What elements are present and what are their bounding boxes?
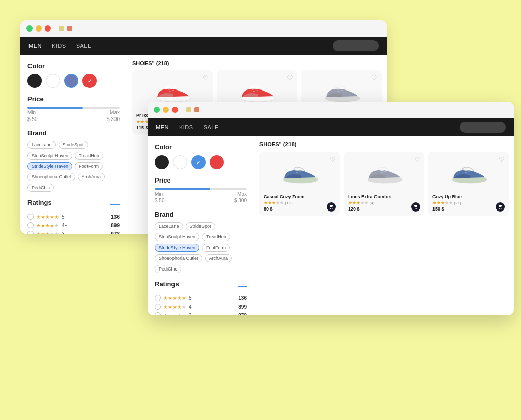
brand-tag[interactable]: TreadHub <box>75 152 103 160</box>
svg-line-7 <box>251 87 255 88</box>
rating-row[interactable]: ★★★★★ 5 136 <box>27 214 120 220</box>
product-grid-area-front: SHOES" (218) ♡ Casual Cozy Zoom ★★★★★ (1… <box>254 136 514 315</box>
swatch-white-back[interactable] <box>46 74 60 88</box>
brand-tag[interactable]: FootForm <box>202 244 230 252</box>
rating-radio[interactable] <box>27 222 34 228</box>
price-max-label-front: Max <box>237 191 247 197</box>
rating-count: 978 <box>111 231 120 234</box>
product-grid-front: ♡ Casual Cozy Zoom ★★★★★ (12) 80 $ ♡ Lin… <box>259 152 509 216</box>
swatch-black-back[interactable] <box>27 74 42 88</box>
brand-tag[interactable]: Shoeophoria Outlet <box>27 173 75 181</box>
rating-radio[interactable] <box>27 231 34 234</box>
nav-search-back[interactable] <box>333 40 379 51</box>
nav-kids-back[interactable]: KIDS <box>52 43 66 49</box>
dot-yellow-icon-front[interactable] <box>163 107 169 113</box>
rating-row[interactable]: ★★★★★ 3+ 978 <box>155 312 247 315</box>
swatch-blue-back[interactable] <box>64 74 78 88</box>
rating-row[interactable]: ★★★★★ 5 136 <box>155 295 247 301</box>
wishlist-icon[interactable]: ♡ <box>287 74 293 82</box>
nav-bar-front: MEN KIDS SALE <box>148 118 514 136</box>
add-to-cart-button[interactable] <box>496 202 505 212</box>
swatch-red-front[interactable] <box>210 155 224 169</box>
wishlist-icon[interactable]: ♡ <box>330 156 336 163</box>
rating-row[interactable]: ★★★★★ 4+ 899 <box>155 304 247 310</box>
brand-tag[interactable]: ArchAura <box>78 173 105 181</box>
dot-green-icon-front[interactable] <box>154 107 160 113</box>
dot-yellow-icon[interactable] <box>36 25 42 32</box>
content-area-front: Color ✓ Price Min Max $ 50 <box>148 136 514 315</box>
swatch-blue-front[interactable]: ✓ <box>191 155 206 169</box>
brand-tag[interactable]: LaceLane <box>155 222 183 230</box>
wishlist-icon[interactable]: ♡ <box>414 156 420 163</box>
brand-tag[interactable]: PediChic <box>155 265 181 273</box>
nav-kids-front[interactable]: KIDS <box>179 124 193 130</box>
product-image <box>348 156 420 191</box>
brand-tag[interactable]: StrideSpot <box>186 222 215 230</box>
color-swatches-front: ✓ <box>155 155 247 169</box>
brand-tag[interactable]: Shoeophoria Outlet <box>155 254 202 262</box>
brand-tag[interactable]: StepSculpt Haven <box>27 152 72 160</box>
wishlist-icon[interactable]: ♡ <box>499 156 505 163</box>
rating-radio[interactable] <box>155 312 161 315</box>
brand-label-back: Brand <box>27 129 120 137</box>
product-stars: ★★★★★ (12) <box>264 200 336 205</box>
product-card[interactable]: ♡ Casual Cozy Zoom ★★★★★ (12) 80 $ <box>259 152 340 216</box>
rating-radio[interactable] <box>155 295 161 301</box>
product-card[interactable]: ♡ Cozy Up Blue ★★★★★ (21) 150 $ <box>428 152 509 216</box>
ratings-label-front: Ratings <box>155 280 179 288</box>
swatch-black-front[interactable] <box>155 155 169 169</box>
wishlist-icon[interactable]: ♡ <box>371 74 378 82</box>
brand-tag[interactable]: PediChic <box>27 184 54 192</box>
brand-tag[interactable]: ArchAura <box>205 254 233 262</box>
nav-sale-front[interactable]: SALE <box>204 124 219 130</box>
brand-tag[interactable]: StrideStyle Haven <box>155 244 199 252</box>
ratings-divider-back <box>110 204 120 205</box>
nav-bar-back: MEN KIDS SALE <box>20 37 387 55</box>
stars-display: ★★★★★ <box>36 214 59 220</box>
add-to-cart-button[interactable] <box>327 202 336 212</box>
rating-label: 4+ <box>62 223 67 228</box>
swatch-red-back[interactable]: ✓ <box>82 74 97 88</box>
rating-row[interactable]: ★★★★★ 3+ 978 <box>27 231 120 234</box>
rating-radio[interactable] <box>27 214 34 220</box>
rating-count: 899 <box>238 304 247 310</box>
dot-red-icon[interactable] <box>45 25 51 32</box>
add-to-cart-button[interactable] <box>411 202 420 212</box>
results-title-back: SHOES" (218) <box>132 60 382 66</box>
nav-search-front[interactable] <box>460 122 506 133</box>
price-track-back[interactable] <box>27 107 120 109</box>
svg-line-19 <box>294 169 298 169</box>
product-image <box>264 156 336 191</box>
price-section-back: Price Min Max $ 50 $ 300 <box>27 95 120 122</box>
rating-label: 5 <box>62 214 65 220</box>
brand-tag[interactable]: LaceLane <box>27 141 56 149</box>
product-stars: ★★★★★ (4) <box>348 200 420 205</box>
dot-red-icon-front[interactable] <box>172 107 178 113</box>
results-title-front: SHOES" (218) <box>259 141 509 147</box>
rating-row[interactable]: ★★★★★ 4+ 899 <box>27 222 120 228</box>
rating-count: 978 <box>238 313 247 316</box>
rating-radio[interactable] <box>155 304 161 310</box>
nav-men-front[interactable]: MEN <box>156 124 169 130</box>
brand-tag[interactable]: FootForm <box>75 162 103 170</box>
product-card[interactable]: ♡ Lines Extra Comfort ★★★★★ (4) 120 $ <box>344 152 424 216</box>
brand-tag[interactable]: TreadHub <box>202 233 230 241</box>
stars-display: ★★★★★ <box>36 231 59 234</box>
brand-tag[interactable]: StrideSpot <box>59 141 88 149</box>
title-bar-back <box>20 20 387 37</box>
product-name: Casual Cozy Zoom <box>264 194 336 199</box>
price-track-front[interactable] <box>155 188 247 190</box>
price-section-front: Price Min Max $ 50 $ 300 <box>155 176 247 203</box>
price-range-labels-back: Min Max <box>27 110 120 115</box>
wishlist-icon[interactable]: ♡ <box>202 74 209 82</box>
product-stars: ★★★★★ (21) <box>432 200 505 205</box>
nav-men-back[interactable]: MEN <box>28 43 42 49</box>
dot-green-icon[interactable] <box>26 25 33 32</box>
swatch-white-front[interactable] <box>173 155 187 169</box>
brand-tags-back: LaceLaneStrideSpotStepSculpt HavenTreadH… <box>27 141 120 192</box>
product-price: 80 $ <box>264 206 336 212</box>
brand-tag[interactable]: StepSculpt Haven <box>155 233 199 241</box>
nav-sale-back[interactable]: SALE <box>76 43 92 49</box>
brand-label-front: Brand <box>155 211 247 218</box>
brand-tag[interactable]: StrideStyle Haven <box>27 162 72 170</box>
